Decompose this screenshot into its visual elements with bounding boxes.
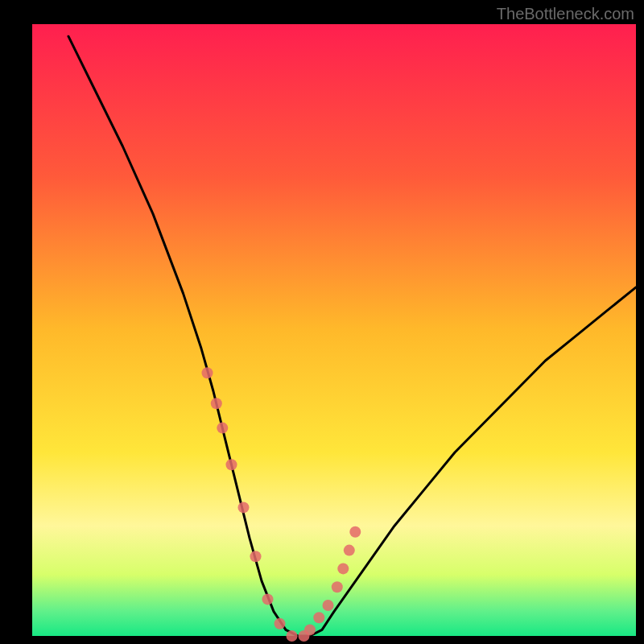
data-point	[262, 593, 274, 605]
chart-svg	[0, 0, 644, 644]
data-point	[313, 612, 324, 623]
data-point	[226, 459, 237, 470]
data-point	[323, 600, 334, 611]
data-point	[287, 630, 298, 642]
data-point	[349, 526, 361, 538]
plot-background	[32, 24, 636, 636]
data-point	[238, 502, 250, 513]
data-point	[211, 398, 222, 409]
data-point	[337, 563, 349, 574]
data-point	[344, 545, 355, 556]
data-point	[304, 624, 316, 635]
data-point	[202, 367, 213, 378]
data-point	[275, 618, 286, 630]
data-point	[332, 581, 343, 592]
data-point	[217, 423, 228, 434]
watermark-text: TheBottleneck.com	[497, 5, 634, 23]
chart-canvas	[0, 0, 644, 644]
data-point	[250, 551, 262, 562]
